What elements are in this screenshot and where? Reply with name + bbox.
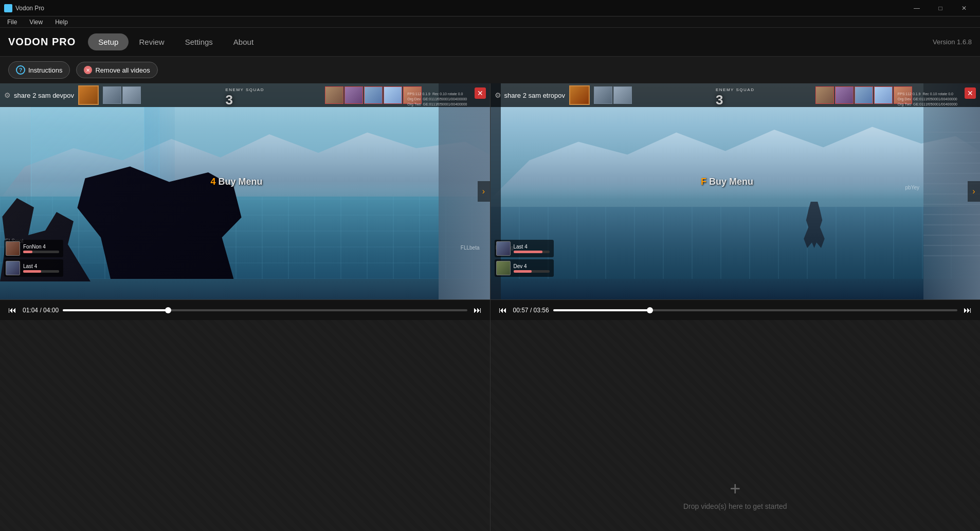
instructions-button[interactable]: ? Instructions [8, 61, 70, 79]
enemy-2-1 [815, 86, 834, 104]
app-icon [4, 4, 12, 12]
ground-right [491, 207, 981, 279]
player-bar-info-1-2: Last 4 [23, 263, 59, 273]
video-2-progress-fill [553, 309, 650, 311]
instructions-label: Instructions [28, 66, 62, 74]
grid-v-right [491, 207, 981, 279]
bottom-area: + Drop video(s) here to get started [0, 320, 980, 531]
player-name-2-2: Dev 4 [514, 263, 550, 269]
enemy-1-3 [364, 86, 383, 104]
panels-with-controls: ⚙ share 2 sam devpov [0, 83, 980, 320]
tab-settings[interactable]: Settings [175, 33, 223, 50]
menu-view[interactable]: View [26, 17, 46, 27]
player-health-bar-2-1 [514, 251, 550, 253]
video-1-current-time: 01:04 [23, 307, 38, 314]
video-1-title: share 2 sam devpov [14, 92, 74, 99]
own-avatar-group-1 [78, 85, 141, 105]
player-health-fill-2-2 [514, 270, 532, 273]
own-avatar-1 [78, 85, 99, 105]
own-avatar-2 [569, 85, 590, 105]
video-2-hud-top: ⚙ share 2 sam etropov [491, 83, 981, 107]
buy-menu-text-2: F Buy Menu [701, 176, 753, 187]
tab-about[interactable]: About [223, 33, 264, 50]
toolbar: ? Instructions ✕ Remove all videos [0, 57, 980, 83]
video-1-controls: ⏮ 01:04 / 04:00 ⏭ [0, 299, 490, 320]
player-avatar-1-2 [6, 261, 20, 275]
minimize-button[interactable]: — [905, 0, 929, 16]
x-icon: ✕ [84, 66, 92, 74]
ef4-2 [875, 87, 892, 103]
menu-help[interactable]: Help [52, 17, 71, 27]
player-health-fill-1-1 [23, 251, 32, 253]
ally-avatars-2 [594, 86, 632, 104]
video-2-fast-forward-button[interactable]: ⏭ [961, 305, 974, 316]
enemy-1-4 [384, 86, 402, 104]
ally-avatars-1 [103, 86, 141, 104]
menubar: File View Help [0, 16, 980, 28]
maximize-button[interactable]: □ [929, 0, 952, 16]
player-bar-info-2-2: Dev 4 [514, 263, 550, 273]
logo: VODON PRO [8, 36, 76, 48]
own-avatar-group-2 [569, 85, 632, 105]
close-button[interactable]: ✕ [952, 0, 976, 16]
ef4-1 [384, 87, 402, 103]
video-1-progress-thumb[interactable] [165, 307, 171, 313]
ef3-1 [365, 87, 382, 103]
buy-menu-key-2: F [701, 176, 706, 187]
video-1-total-time: 04:00 [43, 307, 59, 314]
character-body [803, 202, 826, 248]
video-2-close-button[interactable]: ✕ [965, 87, 976, 99]
tab-review[interactable]: Review [129, 33, 174, 50]
video-2-time: 00:57 / 03:56 [513, 307, 549, 314]
remove-all-videos-button[interactable]: ✕ Remove all videos [76, 62, 157, 78]
window-controls: — □ ✕ [905, 0, 976, 16]
video-2-total-time: 03:56 [534, 307, 549, 314]
enemy-2-3 [855, 86, 873, 104]
nav-label-2: pbYey [905, 185, 919, 190]
ally-face-2 [123, 87, 140, 103]
video-1-viewport: ⚙ share 2 sam devpov [0, 83, 490, 299]
gear-icon-2: ⚙ [495, 91, 501, 99]
enemy-2-2 [835, 86, 854, 104]
ally-face-2-2 [614, 87, 631, 103]
video-2-progress-thumb[interactable] [647, 307, 653, 313]
video-2-time-sep: / [530, 307, 534, 314]
video-1-progress-bar[interactable] [63, 309, 467, 311]
video-2-title: share 2 sam etropov [504, 92, 566, 99]
ally-face-1 [103, 87, 121, 103]
enemy-1-2 [344, 86, 363, 104]
video-1-next-arrow[interactable]: › [478, 181, 490, 202]
squad-center-indicator-1: ENEMY SQUAD 3 [226, 87, 264, 108]
player-hud-bottom-1: FonNon 4 Last 4 [4, 240, 63, 277]
video-1-progress-fill [63, 309, 168, 311]
mini-stats-1: FPS:112 0.1.9 Rec 0.10 rotate 0.0 Org De… [407, 92, 467, 107]
video-2-controls: ⏮ 00:57 / 03:56 ⏭ [491, 299, 981, 320]
version-label: Version 1.6.8 [933, 38, 972, 46]
menu-file[interactable]: File [4, 17, 20, 27]
tab-setup[interactable]: Setup [88, 33, 129, 50]
player-avatar-1-1 [6, 241, 20, 256]
video-2-next-arrow[interactable]: › [968, 181, 980, 202]
ef1-2 [816, 87, 833, 103]
bottom-half-right[interactable]: + Drop video(s) here to get started [491, 320, 981, 531]
ally-face-2-1 [594, 87, 612, 103]
video-panel-1: ⚙ share 2 sam devpov [0, 83, 491, 320]
video-2-progress-bar[interactable] [553, 309, 957, 311]
mini-stats-2: FPS:112 0.1.9 Rec 0.10 rotate 0.0 Org De… [898, 92, 957, 107]
video-2-viewport: ⚙ share 2 sam etropov [491, 83, 981, 299]
enemy-squad-label-1: ENEMY SQUAD [226, 87, 264, 92]
video-panel-2: ⚙ share 2 sam etropov [491, 83, 981, 320]
video-1-fast-forward-button[interactable]: ⏭ [471, 305, 484, 316]
player-health-bar-2-2 [514, 270, 550, 273]
video-1-rewind-button[interactable]: ⏮ [6, 305, 19, 316]
squad-number-2: 3 [716, 92, 754, 108]
squad-number-1: 3 [226, 92, 264, 108]
ef2-2 [836, 87, 853, 103]
video-1-time: 01:04 / 04:00 [23, 307, 59, 314]
video-2-rewind-button[interactable]: ⏮ [497, 305, 509, 316]
own-avatar-face-2 [570, 86, 589, 104]
player-health-fill-1-2 [23, 270, 41, 273]
titlebar-left: Vodon Pro [4, 4, 44, 12]
player-health-fill-2-1 [514, 251, 542, 253]
video-1-close-button[interactable]: ✕ [475, 87, 486, 99]
